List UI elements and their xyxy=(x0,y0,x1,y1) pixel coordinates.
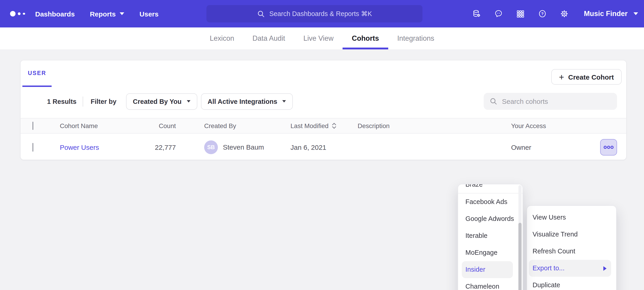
ellipsis-icon xyxy=(603,145,614,150)
mixpanel-logo[interactable] xyxy=(10,0,25,28)
cohorts-card: USER + Create Cohort 1 Results Filter by… xyxy=(20,60,627,160)
project-name: Music Finder xyxy=(584,10,628,18)
search-cohorts-input[interactable]: Search cohorts xyxy=(484,93,617,110)
search-icon xyxy=(257,10,265,18)
submenu-item-braze[interactable]: Braze xyxy=(462,184,513,193)
data-tabs: Lexicon Data Audit Live View Cohorts Int… xyxy=(0,28,644,49)
svg-text:?: ? xyxy=(541,12,544,16)
logo-dot-icon xyxy=(10,11,16,17)
nav-dashboards[interactable]: Dashboards xyxy=(35,10,75,18)
row-checkbox[interactable] xyxy=(32,143,33,151)
header-last-modified[interactable]: Last Modified xyxy=(290,122,337,129)
header-description: Description xyxy=(358,122,390,129)
primary-nav: Dashboards Reports Users xyxy=(35,0,158,28)
submenu-item-iterable[interactable]: Iterable xyxy=(462,227,513,244)
header-created-by: Created By xyxy=(204,122,236,129)
settings-icon[interactable] xyxy=(560,9,569,18)
submenu-item-google-adwords[interactable]: Google Adwords xyxy=(462,210,513,227)
checkbox-icon xyxy=(32,143,33,152)
search-cohorts-placeholder: Search cohorts xyxy=(502,97,548,105)
tab-live-view[interactable]: Live View xyxy=(294,28,342,49)
nav-right-group: ? xyxy=(472,0,638,28)
header-last-modified-label: Last Modified xyxy=(290,122,328,129)
apps-grid-icon[interactable] xyxy=(516,9,525,18)
scrollbar-thumb[interactable] xyxy=(518,223,522,290)
integrations-filter-dropdown[interactable]: All Active Integrations xyxy=(201,93,293,109)
header-cohort-name: Cohort Name xyxy=(60,122,98,129)
chevron-down-icon xyxy=(282,100,286,102)
submenu-arrow-icon xyxy=(603,266,606,270)
nav-reports-label: Reports xyxy=(90,10,116,18)
header-count: Count xyxy=(130,122,176,129)
cohort-name-link[interactable]: Power Users xyxy=(60,143,99,151)
created-by-filter-dropdown[interactable]: Created By You xyxy=(126,93,197,109)
scrollbar-track[interactable] xyxy=(518,185,522,290)
export-submenu: Braze Facebook Ads Google Adwords Iterab… xyxy=(458,184,523,290)
project-switcher[interactable]: Music Finder xyxy=(584,10,638,18)
menu-item-duplicate[interactable]: Duplicate xyxy=(529,277,611,290)
nav-reports[interactable]: Reports xyxy=(90,10,124,18)
tab-user-cohorts[interactable]: USER xyxy=(22,60,52,87)
submenu-item-moengage[interactable]: MoEngage xyxy=(462,244,513,261)
tab-lexicon[interactable]: Lexicon xyxy=(201,28,244,49)
submenu-item-facebook-ads[interactable]: Facebook Ads xyxy=(462,194,513,210)
plus-icon: + xyxy=(559,73,564,81)
chevron-down-icon xyxy=(634,12,638,15)
help-icon[interactable]: ? xyxy=(538,9,547,18)
last-modified-cell: Jan 6, 2021 xyxy=(290,143,326,151)
row-actions-button[interactable] xyxy=(600,139,617,156)
create-cohort-label: Create Cohort xyxy=(568,73,614,81)
created-by-filter-value: Created By You xyxy=(133,98,182,105)
integrations-filter-value: All Active Integrations xyxy=(208,98,277,105)
logo-dot-icon xyxy=(18,12,20,15)
cohorts-page: USER + Create Cohort 1 Results Filter by… xyxy=(0,49,644,290)
your-access-cell: Owner xyxy=(511,143,531,151)
search-icon xyxy=(490,97,498,105)
logo-dot-icon xyxy=(23,13,25,15)
sort-icon xyxy=(332,123,337,129)
global-search-input[interactable]: Search Dashboards & Reports ⌘K xyxy=(206,5,422,22)
divider xyxy=(83,96,83,106)
menu-item-view-users[interactable]: View Users xyxy=(529,209,611,226)
global-search-placeholder: Search Dashboards & Reports ⌘K xyxy=(269,10,372,17)
menu-item-refresh-count[interactable]: Refresh Count xyxy=(529,243,611,260)
create-cohort-button[interactable]: + Create Cohort xyxy=(551,69,622,85)
tab-data-audit[interactable]: Data Audit xyxy=(243,28,294,49)
table-row: Power Users 22,777 SB Steven Baum Jan 6,… xyxy=(20,134,626,160)
cohort-count: 22,777 xyxy=(130,143,176,151)
submenu-item-insider[interactable]: Insider xyxy=(462,261,513,278)
created-by-name: Steven Baum xyxy=(223,143,264,151)
filter-by-label: Filter by xyxy=(91,98,116,105)
select-all-checkbox[interactable] xyxy=(32,122,33,129)
app-window: Dashboards Reports Users Search Dashboar… xyxy=(0,0,644,290)
header-your-access: Your Access xyxy=(511,122,546,129)
avatar: SB xyxy=(204,140,218,154)
nav-users-label: Users xyxy=(140,10,158,18)
nav-dashboards-label: Dashboards xyxy=(35,10,75,18)
menu-item-export-to-label: Export to... xyxy=(532,264,564,272)
nav-users[interactable]: Users xyxy=(140,10,158,18)
tab-cohorts[interactable]: Cohorts xyxy=(343,28,388,49)
submenu-item-chameleon[interactable]: Chameleon xyxy=(462,278,513,290)
tab-integrations[interactable]: Integrations xyxy=(388,28,443,49)
top-nav: Dashboards Reports Users Search Dashboar… xyxy=(0,0,644,28)
chevron-down-icon xyxy=(186,100,190,102)
results-count: 1 Results xyxy=(47,98,76,105)
row-context-menu: View Users Visualize Trend Refresh Count… xyxy=(526,205,616,290)
table-header: Cohort Name Count Created By Last Modifi… xyxy=(20,118,626,133)
chevron-down-icon xyxy=(120,12,124,15)
created-by-cell: SB Steven Baum xyxy=(204,140,264,154)
data-management-icon[interactable] xyxy=(472,9,481,18)
checkbox-icon xyxy=(32,122,33,130)
feedback-icon[interactable] xyxy=(494,9,503,18)
menu-item-visualize-trend[interactable]: Visualize Trend xyxy=(529,226,611,243)
menu-item-export-to[interactable]: Export to... xyxy=(529,260,611,277)
